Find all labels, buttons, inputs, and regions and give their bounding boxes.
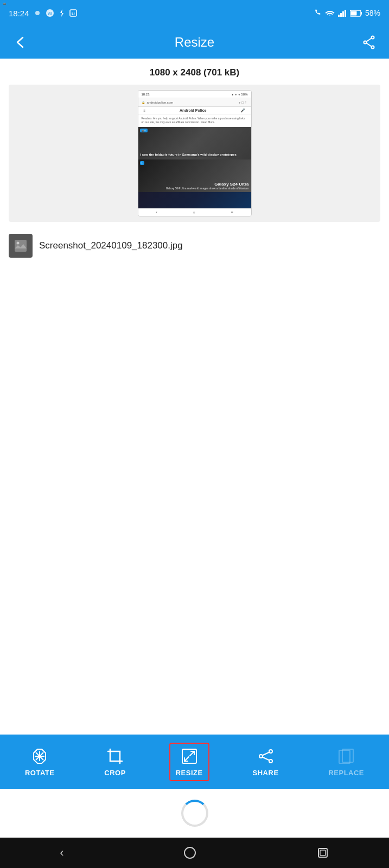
preview-card-2: Galaxy S24 Ultra Galaxy S24 Ultra real-w…: [138, 159, 251, 192]
main-content: 1080 x 2408 (701 kB) 18:23 ⬥ ◈ ⬥ 58% 🔒 a…: [0, 59, 389, 735]
svg-rect-33: [339, 750, 350, 763]
time-display: 18:24: [9, 9, 29, 18]
svg-point-30: [259, 755, 263, 758]
nav-home-button[interactable]: [179, 842, 201, 864]
replace-label: REPLACE: [328, 769, 364, 777]
share-tool[interactable]: SHARE: [246, 743, 285, 781]
bottom-toolbar: ROTATE CROP RESIZE: [0, 735, 389, 789]
svg-line-31: [262, 752, 269, 755]
signal-icon: [34, 9, 41, 17]
preview-bottom-nav: ‹ ○ ≡: [138, 208, 251, 216]
replace-tool[interactable]: REPLACE: [322, 743, 371, 781]
svg-rect-9: [345, 10, 346, 17]
file-name: Screenshot_20240109_182300.jpg: [39, 240, 183, 251]
u-icon: U: [69, 9, 77, 17]
svg-point-15: [364, 41, 366, 44]
preview-status-bar: 18:23 ⬥ ◈ ⬥ 58%: [138, 91, 251, 98]
content-spacer: [9, 262, 380, 726]
preview-url-text: androidpolice.com: [147, 101, 237, 104]
wifi-icon: [325, 9, 335, 17]
system-nav: ‹: [0, 838, 389, 868]
loading-area: [0, 789, 389, 838]
resize-label: RESIZE: [176, 769, 203, 777]
svg-marker-3: [60, 9, 63, 17]
preview-card-1: I saw the foldable future in Samsung's w…: [138, 127, 251, 159]
status-left: 18:24 W U: [9, 9, 77, 18]
status-bar: 18:24 W U 58%: [0, 0, 389, 26]
replace-icon: [337, 747, 355, 765]
image-preview: 18:23 ⬥ ◈ ⬥ 58% 🔒 androidpolice.com + □ …: [138, 90, 252, 216]
svg-rect-7: [340, 13, 342, 17]
image-preview-container: 18:23 ⬥ ◈ ⬥ 58% 🔒 androidpolice.com + □ …: [9, 85, 380, 222]
preview-affiliate: Readers: Are you help support Android Po…: [138, 114, 251, 127]
battery-icon: [350, 10, 362, 17]
loading-spinner: [181, 800, 208, 827]
svg-rect-6: [338, 15, 340, 17]
svg-point-13: [371, 36, 374, 39]
svg-line-32: [262, 757, 269, 760]
svg-rect-34: [342, 749, 353, 762]
svg-rect-37: [320, 850, 326, 856]
file-name-row: Screenshot_20240109_182300.jpg: [9, 229, 380, 262]
phone-icon: [314, 9, 322, 17]
battery-percent: 58%: [365, 9, 380, 17]
resize-tool[interactable]: RESIZE: [169, 743, 209, 781]
whatsapp-icon: W: [46, 9, 54, 17]
rotate-tool[interactable]: ROTATE: [18, 743, 61, 781]
svg-point-20: [17, 242, 20, 245]
page-title: Resize: [175, 35, 214, 50]
rotate-label: ROTATE: [25, 769, 55, 777]
svg-point-0: [35, 11, 40, 15]
crop-tool[interactable]: CROP: [98, 743, 132, 781]
svg-rect-12: [350, 11, 356, 15]
preview-nav-bar: ≡ Android Police 🎤: [138, 107, 251, 114]
network-icon: [338, 9, 347, 17]
svg-rect-11: [361, 12, 362, 15]
svg-point-35: [184, 847, 195, 858]
nav-recents-button[interactable]: [312, 842, 334, 864]
preview-url-bar: 🔒 androidpolice.com + □ ⋮: [138, 98, 251, 107]
share-label: SHARE: [253, 769, 279, 777]
crop-icon: [106, 747, 124, 765]
svg-line-26: [190, 751, 194, 756]
app-bar: Resize: [0, 26, 389, 59]
nav-back-button[interactable]: ‹: [55, 841, 68, 864]
svg-point-29: [269, 760, 272, 763]
share-icon: [257, 747, 275, 765]
svg-point-14: [371, 46, 374, 49]
rotate-icon: [30, 747, 49, 765]
bolt-icon: [59, 9, 65, 17]
back-button[interactable]: [9, 31, 31, 54]
svg-line-17: [366, 43, 372, 47]
svg-line-16: [366, 38, 372, 42]
status-right: 58%: [314, 9, 380, 17]
svg-text:W: W: [47, 11, 52, 16]
svg-rect-8: [342, 11, 344, 17]
svg-point-28: [269, 750, 272, 753]
crop-label: CROP: [104, 769, 126, 777]
resize-icon: [180, 747, 199, 765]
image-dimensions: 1080 x 2408 (701 kB): [9, 67, 380, 78]
file-thumbnail: [9, 234, 33, 258]
preview-card-3-partial: 📷: [138, 192, 251, 208]
share-button-top[interactable]: [358, 31, 380, 54]
svg-rect-18: [15, 240, 27, 252]
svg-line-27: [184, 757, 189, 761]
svg-text:U: U: [72, 11, 75, 16]
